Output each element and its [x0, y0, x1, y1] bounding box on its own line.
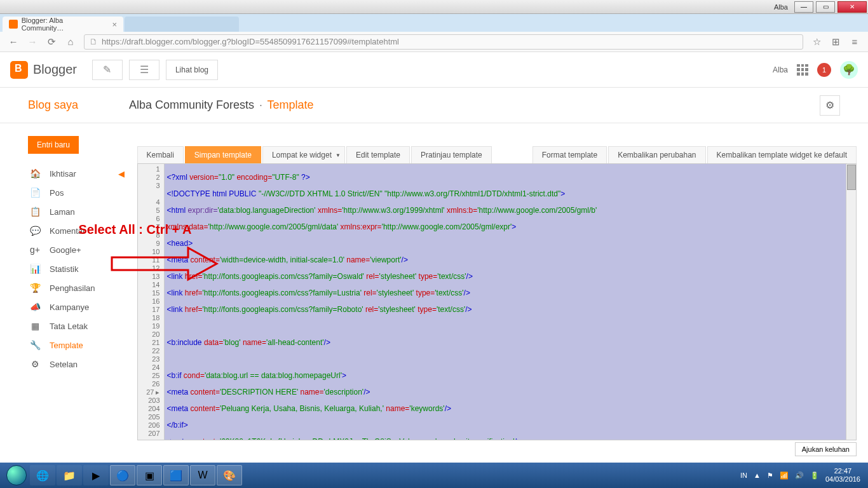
taskbar-ie-icon[interactable]: 🌐: [30, 465, 55, 485]
windows-orb-icon: [6, 465, 27, 485]
sidebar-item-penghasilan[interactable]: 🏆Penghasilan: [28, 278, 137, 297]
sidebar-item-kampanye[interactable]: 📣Kampanye: [28, 297, 137, 316]
template-toolbar: Kembali Simpan template Lompat ke widget…: [137, 146, 857, 163]
my-blogs-link[interactable]: Blog saya: [28, 98, 78, 112]
back-icon[interactable]: ←: [6, 35, 20, 49]
menu-icon[interactable]: ≡: [848, 35, 862, 49]
tray-battery-icon[interactable]: 🔋: [810, 471, 819, 480]
line-number-gutter: 1234567891011121314151617181920212223242…: [138, 164, 165, 440]
view-blog-button[interactable]: Lihat blog: [166, 60, 218, 80]
address-bar[interactable]: 🗋 https://draft.blogger.com/blogger.g?bl…: [84, 34, 803, 50]
sidebar-item-komentar[interactable]: 💬Komentar: [28, 221, 137, 240]
browser-tab-inactive[interactable]: [125, 17, 239, 32]
sidebar-item-laman[interactable]: 📋Laman: [28, 202, 137, 221]
url-text: https://draft.blogger.com/blogger.g?blog…: [102, 37, 399, 46]
sidebar-item-template[interactable]: 🔧Template: [28, 336, 137, 355]
browser-toolbar: ← → ⟳ ⌂ 🗋 https://draft.blogger.com/blog…: [0, 32, 868, 52]
jump-to-widget-button[interactable]: Lompat ke widget: [262, 146, 345, 163]
sidebar-item-label: Template: [50, 341, 83, 350]
breadcrumb-separator: ·: [259, 100, 262, 111]
taskbar-app1-icon[interactable]: ▣: [137, 465, 162, 485]
code-content[interactable]: <?xml version="1.0" encoding="UTF-8" ?> …: [165, 164, 846, 440]
save-template-button[interactable]: Simpan template: [185, 146, 261, 163]
compose-button[interactable]: ✎: [92, 60, 123, 80]
format-template-button[interactable]: Format template: [532, 146, 607, 163]
tray-volume-icon[interactable]: 🔊: [795, 471, 804, 480]
reload-icon[interactable]: ⟳: [44, 35, 58, 49]
taskbar-app2-icon[interactable]: 🟦: [163, 465, 189, 485]
code-editor[interactable]: 1234567891011121314151617181920212223242…: [137, 163, 857, 440]
sidebar-item-pos[interactable]: 📄Pos: [28, 183, 137, 202]
preview-template-button[interactable]: Pratinjau template: [411, 146, 492, 163]
sidebar-item-ikhtisar[interactable]: 🏠Ikhtisar◀: [28, 164, 137, 183]
bookmark-icon[interactable]: ☆: [810, 35, 824, 49]
arrow-icon: ◀: [118, 169, 125, 179]
editor-scrollbar[interactable]: [846, 164, 856, 440]
sidebar-icon: 📄: [28, 186, 42, 200]
sidebar-item-label: Pos: [50, 188, 64, 198]
sidebar-item-label: Tata Letak: [50, 322, 88, 331]
sidebar-item-label: Komentar: [50, 226, 85, 236]
system-tray: IN ▲ ⚑ 📶 🔊 🔋 22:47 04/03/2016: [740, 467, 864, 484]
notifications-badge[interactable]: 1: [817, 63, 831, 77]
window-minimize-button[interactable]: —: [794, 1, 813, 13]
taskbar-word-icon[interactable]: W: [190, 465, 215, 485]
tray-flag-icon[interactable]: ⚑: [767, 471, 773, 480]
taskbar-paint-icon[interactable]: 🎨: [217, 465, 242, 485]
window-close-button[interactable]: ✕: [837, 1, 867, 13]
report-complaint-button[interactable]: Ajukan keluhan: [795, 442, 857, 456]
blogger-logo-icon: [10, 61, 28, 79]
window-maximize-button[interactable]: ▭: [816, 1, 835, 13]
sidebar-icon: g+: [28, 243, 42, 257]
sidebar-icon: 📋: [28, 205, 42, 219]
lock-icon: 🗋: [90, 37, 98, 46]
home-icon[interactable]: ⌂: [64, 35, 78, 49]
sidebar-icon: 🏆: [28, 281, 42, 295]
sidebar-item-setelan[interactable]: ⚙Setelan: [28, 355, 137, 374]
settings-gear-button[interactable]: ⚙: [820, 95, 840, 116]
sidebar-icon: 🔧: [28, 338, 42, 352]
start-button[interactable]: [4, 463, 29, 488]
posts-list-button[interactable]: ☰: [129, 60, 159, 80]
back-button[interactable]: Kembali: [137, 146, 184, 163]
revert-changes-button[interactable]: Kembalikan perubahan: [608, 146, 705, 163]
blogger-header: Blogger ✎ ☰ Lihat blog Alba 1 🌳: [0, 52, 868, 88]
tray-wifi-icon[interactable]: 📶: [780, 471, 789, 480]
blogger-logo[interactable]: Blogger: [10, 61, 77, 79]
sidebar-item-statistik[interactable]: 📊Statistik: [28, 259, 137, 278]
sidebar-icon: ⚙: [28, 357, 42, 371]
edit-template-button[interactable]: Edit template: [346, 146, 410, 163]
section-title: Template: [268, 98, 314, 112]
new-entry-button[interactable]: Entri baru: [28, 136, 79, 154]
sidebar-item-label: Laman: [50, 207, 75, 217]
forward-icon[interactable]: →: [25, 35, 39, 49]
sidebar-item-label: Ikhtisar: [50, 169, 76, 179]
window-titlebar: Alba — ▭ ✕: [0, 0, 868, 14]
tray-clock[interactable]: 22:47 04/03/2016: [825, 467, 864, 484]
sidebar-item-label: Google+: [50, 245, 81, 255]
taskbar-chrome-icon[interactable]: 🔵: [110, 465, 135, 485]
apps-grid-icon[interactable]: [797, 64, 808, 76]
tray-chevron-icon[interactable]: ▲: [754, 471, 761, 479]
scrollbar-thumb[interactable]: [847, 165, 856, 190]
header-username[interactable]: Alba: [773, 65, 788, 74]
windows-taskbar: 🌐 📁 ▶ 🔵 ▣ 🟦 W 🎨 IN ▲ ⚑ 📶 🔊 🔋 22:47 04/03…: [0, 463, 868, 488]
taskbar-media-icon[interactable]: ▶: [83, 465, 109, 485]
sidebar-item-label: Setelan: [50, 360, 78, 369]
sidebar-item-tata-letak[interactable]: ▦Tata Letak: [28, 316, 137, 336]
sidebar-item-label: Kampanye: [50, 302, 89, 312]
tray-lang[interactable]: IN: [740, 471, 747, 479]
sidebar-icon: 💬: [28, 224, 42, 238]
sidebar: Entri baru 🏠Ikhtisar◀📄Pos📋Laman💬Komentar…: [0, 123, 137, 488]
extension-icon[interactable]: ⊞: [829, 35, 843, 49]
revert-widget-button[interactable]: Kembalikan template widget ke default: [707, 146, 857, 163]
blogger-brand: Blogger: [33, 62, 77, 77]
taskbar-explorer-icon[interactable]: 📁: [57, 465, 82, 485]
sidebar-item-google+[interactable]: g+Google+: [28, 240, 137, 259]
tab-close-icon[interactable]: ×: [112, 20, 117, 29]
browser-tab-active[interactable]: Blogger: Alba Community… ×: [3, 17, 123, 32]
main-area: Entri baru 🏠Ikhtisar◀📄Pos📋Laman💬Komentar…: [0, 123, 868, 488]
blogger-subheader: Blog saya Alba Community Forests · Templ…: [0, 88, 868, 123]
user-avatar[interactable]: 🌳: [840, 61, 858, 79]
window-user: Alba: [774, 3, 788, 11]
